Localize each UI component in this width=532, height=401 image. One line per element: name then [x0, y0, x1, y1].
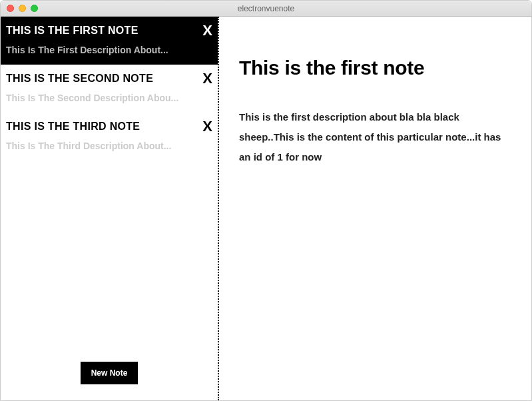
note-content-title: This is the first note	[239, 57, 511, 79]
delete-note-button[interactable]: X	[202, 119, 212, 134]
close-icon: X	[202, 22, 212, 39]
note-item-title: THIS IS THE FIRST NOTE	[6, 25, 211, 37]
note-item-description: This Is The Second Description Abou...	[6, 93, 211, 103]
close-icon: X	[202, 70, 212, 87]
delete-note-button[interactable]: X	[202, 71, 212, 86]
window-title: electronvuenote	[1, 4, 531, 13]
sidebar: THIS IS THE FIRST NOTE This Is The First…	[1, 17, 219, 400]
notes-list: THIS IS THE FIRST NOTE This Is The First…	[1, 17, 218, 351]
note-content-panel: This is the first note This is the first…	[219, 17, 531, 400]
app-container: THIS IS THE FIRST NOTE This Is The First…	[1, 17, 531, 400]
window-maximize-button[interactable]	[31, 5, 38, 12]
note-item[interactable]: THIS IS THE THIRD NOTE This Is The Third…	[1, 113, 218, 161]
note-item-title: THIS IS THE THIRD NOTE	[6, 121, 211, 133]
close-icon: X	[202, 118, 212, 135]
note-item[interactable]: THIS IS THE FIRST NOTE This Is The First…	[1, 17, 218, 65]
window-titlebar: electronvuenote	[1, 1, 531, 17]
note-item-description: This Is The Third Description About...	[6, 141, 211, 151]
delete-note-button[interactable]: X	[202, 23, 212, 38]
window-close-button[interactable]	[7, 5, 14, 12]
new-note-container: New Note	[1, 351, 218, 400]
note-item[interactable]: THIS IS THE SECOND NOTE This Is The Seco…	[1, 65, 218, 113]
note-content-body: This is the first description about bla …	[239, 107, 511, 167]
window-minimize-button[interactable]	[19, 5, 26, 12]
new-note-button[interactable]: New Note	[81, 362, 138, 384]
traffic-lights	[1, 5, 38, 12]
note-item-title: THIS IS THE SECOND NOTE	[6, 73, 211, 85]
note-item-description: This Is The First Description About...	[6, 45, 211, 55]
